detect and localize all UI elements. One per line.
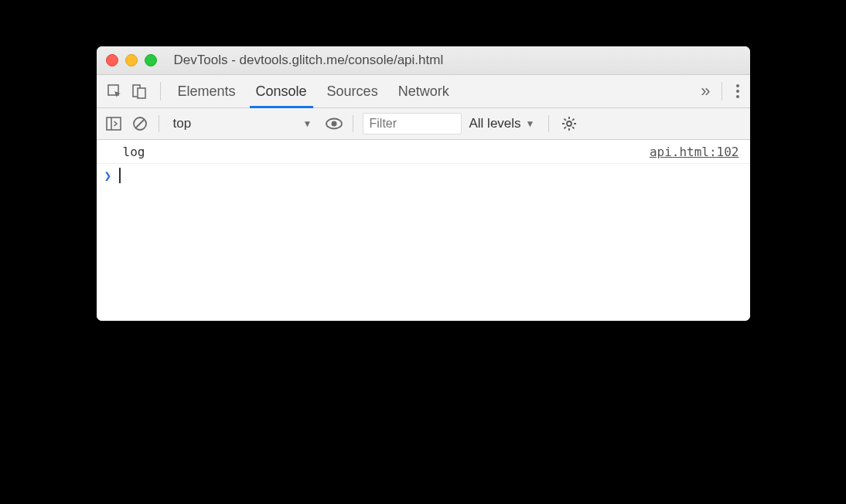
main-toolbar: Elements Console Sources Network »	[97, 75, 750, 108]
more-options-icon[interactable]	[733, 81, 742, 101]
toolbar-divider	[160, 82, 161, 100]
svg-line-6	[135, 120, 144, 128]
svg-rect-2	[138, 88, 145, 98]
clear-console-icon[interactable]	[131, 114, 149, 133]
maximize-window-button[interactable]	[145, 54, 157, 66]
svg-rect-3	[107, 117, 121, 130]
tab-sources[interactable]: Sources	[326, 75, 380, 107]
context-value: top	[173, 116, 192, 131]
tab-console[interactable]: Console	[254, 75, 309, 107]
svg-point-9	[567, 121, 571, 126]
tab-elements[interactable]: Elements	[176, 75, 237, 107]
log-message: log	[123, 145, 145, 159]
devtools-window: DevTools - devtools.glitch.me/console/ap…	[97, 46, 750, 321]
toggle-console-sidebar-icon[interactable]	[104, 114, 123, 133]
device-toolbar-icon[interactable]	[129, 81, 149, 101]
live-expression-icon[interactable]	[325, 114, 343, 133]
toolbar-right: »	[701, 81, 742, 101]
chevron-down-icon: ▼	[526, 118, 535, 129]
svg-line-15	[573, 127, 575, 128]
window-title: DevTools - devtools.glitch.me/console/ap…	[171, 53, 741, 68]
svg-line-14	[565, 119, 566, 121]
traffic-lights	[106, 54, 157, 66]
svg-line-16	[565, 127, 566, 128]
subbar-divider-3	[548, 115, 549, 132]
subbar-divider-2	[353, 115, 353, 132]
minimize-window-button[interactable]	[125, 54, 138, 66]
svg-point-8	[331, 121, 336, 127]
console-log-entry[interactable]: log api.html:102	[97, 140, 750, 164]
titlebar: DevTools - devtools.glitch.me/console/ap…	[97, 46, 750, 75]
console-settings-icon[interactable]	[560, 114, 578, 133]
execution-context-selector[interactable]: top ▼	[169, 114, 317, 133]
toolbar-divider-right	[721, 82, 722, 100]
console-body: log api.html:102 ❯	[97, 140, 750, 321]
log-source-link[interactable]: api.html:102	[650, 145, 739, 159]
panel-tabs: Elements Console Sources Network	[176, 75, 451, 107]
close-window-button[interactable]	[106, 54, 118, 66]
console-toolbar: top ▼ All levels ▼	[97, 108, 750, 140]
console-prompt[interactable]: ❯	[97, 164, 750, 187]
overflow-tabs-icon[interactable]: »	[701, 81, 710, 101]
levels-label: All levels	[469, 116, 521, 131]
prompt-arrow-icon: ❯	[104, 169, 112, 183]
filter-input[interactable]	[363, 113, 462, 135]
subbar-divider	[159, 115, 159, 132]
text-cursor	[119, 168, 121, 183]
svg-line-17	[573, 119, 575, 121]
chevron-down-icon: ▼	[303, 118, 312, 129]
inspect-element-icon[interactable]	[104, 81, 125, 101]
log-levels-selector[interactable]: All levels ▼	[469, 116, 535, 131]
tab-network[interactable]: Network	[397, 75, 451, 107]
